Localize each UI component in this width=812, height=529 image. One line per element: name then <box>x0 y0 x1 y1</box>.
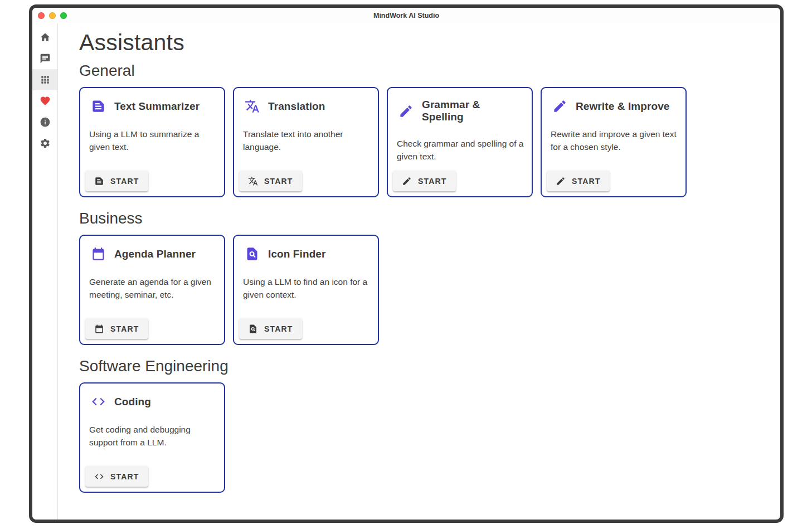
card-actions: START <box>388 166 532 196</box>
card-title: Text Summarizer <box>114 100 200 113</box>
card-actions: START <box>80 166 224 196</box>
start-button-label: START <box>110 177 139 186</box>
sidebar <box>32 23 58 520</box>
card-description: Generate an agenda for a given meeting, … <box>80 261 224 301</box>
card-header: Coding <box>80 384 224 409</box>
code-icon <box>91 394 106 409</box>
start-button-label: START <box>572 177 601 186</box>
section-title: Software Engineering <box>79 357 769 375</box>
card-description: Check grammar and spelling of a given te… <box>388 123 532 163</box>
section-title: General <box>79 62 769 80</box>
card-title: Icon Finder <box>268 248 326 260</box>
calendar-icon <box>91 246 106 261</box>
zoom-button[interactable] <box>60 12 67 19</box>
chat-icon <box>40 53 51 64</box>
card-row: CodingGet coding and debugging support f… <box>79 382 769 493</box>
card-actions: START <box>234 313 378 344</box>
card-description: Using a LLM to summarize a given text. <box>80 114 224 153</box>
start-button-label: START <box>110 472 139 481</box>
start-button-label: START <box>110 324 139 333</box>
start-button-label: START <box>264 324 293 333</box>
start-button[interactable]: START <box>85 466 148 487</box>
apps-grid-icon <box>40 74 51 85</box>
assistant-card-coding: CodingGet coding and debugging support f… <box>79 382 225 493</box>
app-window: MindWork AI Studio Assistants GeneralTex… <box>29 4 784 523</box>
sections-container: GeneralText SummarizerUsing a LLM to sum… <box>79 62 769 493</box>
titlebar[interactable]: MindWork AI Studio <box>32 8 780 23</box>
code-icon <box>94 472 104 482</box>
card-title: Translation <box>268 100 325 113</box>
card-header: Text Summarizer <box>80 88 224 114</box>
window-body: Assistants GeneralText SummarizerUsing a… <box>32 23 780 520</box>
sidebar-item-about[interactable] <box>32 111 57 133</box>
pencil-icon <box>398 104 414 119</box>
main-content: Assistants GeneralText SummarizerUsing a… <box>58 23 780 520</box>
card-actions: START <box>234 166 378 196</box>
card-title: Grammar & Spelling <box>422 99 524 123</box>
page-title: Assistants <box>79 29 769 56</box>
calendar-icon <box>94 324 104 334</box>
minimize-button[interactable] <box>49 12 56 19</box>
info-icon <box>40 117 51 128</box>
close-button[interactable] <box>38 12 45 19</box>
card-header: Translation <box>234 88 378 114</box>
pencil-icon <box>556 176 566 186</box>
start-button[interactable]: START <box>239 318 302 339</box>
start-button[interactable]: START <box>85 171 148 191</box>
sidebar-item-settings[interactable] <box>32 133 57 154</box>
card-header: Icon Finder <box>234 236 378 261</box>
translate-icon <box>245 99 260 114</box>
card-header: Rewrite & Improve <box>542 88 685 114</box>
heart-icon <box>40 95 51 106</box>
card-title: Rewrite & Improve <box>576 100 670 113</box>
assistant-card-rewrite-improve: Rewrite & ImproveRewrite and improve a g… <box>541 87 687 197</box>
doc-search-icon <box>248 324 258 334</box>
start-button-label: START <box>264 177 293 186</box>
pencil-icon <box>402 176 412 186</box>
card-title: Agenda Planner <box>114 248 196 260</box>
card-actions: START <box>80 461 224 492</box>
sidebar-item-favorites[interactable] <box>32 90 57 111</box>
doc-search-icon <box>245 246 260 261</box>
section-general: GeneralText SummarizerUsing a LLM to sum… <box>79 62 769 197</box>
assistant-card-grammar-spelling: Grammar & SpellingCheck grammar and spel… <box>387 87 533 197</box>
sidebar-item-assistants[interactable] <box>32 69 57 90</box>
translate-icon <box>248 176 258 186</box>
traffic-lights <box>32 12 67 19</box>
section-software-engineering: Software EngineeringCodingGet coding and… <box>79 357 769 493</box>
card-header: Grammar & Spelling <box>388 88 532 123</box>
card-title: Coding <box>114 396 151 408</box>
section-title: Business <box>79 210 769 227</box>
card-description: Get coding and debugging support from a … <box>80 409 224 449</box>
start-button[interactable]: START <box>547 171 610 191</box>
card-description: Using a LLM to find an icon for a given … <box>234 261 378 301</box>
window-title: MindWork AI Studio <box>32 12 780 20</box>
sidebar-item-chats[interactable] <box>32 48 57 69</box>
card-description: Rewrite and improve a given text for a c… <box>542 114 685 153</box>
sidebar-item-home[interactable] <box>32 27 57 48</box>
document-icon <box>94 176 104 186</box>
gear-icon <box>40 138 51 149</box>
assistant-card-translation: TranslationTranslate text into another l… <box>233 87 379 197</box>
card-actions: START <box>542 166 685 196</box>
card-description: Translate text into another language. <box>234 114 378 153</box>
start-button-label: START <box>418 177 447 186</box>
section-business: BusinessAgenda PlannerGenerate an agenda… <box>79 210 769 345</box>
card-actions: START <box>80 313 224 344</box>
start-button[interactable]: START <box>85 318 148 339</box>
start-button[interactable]: START <box>393 171 456 191</box>
card-row: Text SummarizerUsing a LLM to summarize … <box>79 87 769 197</box>
pencil-icon <box>552 99 567 114</box>
card-row: Agenda PlannerGenerate an agenda for a g… <box>79 235 769 345</box>
home-icon <box>40 32 51 43</box>
assistant-card-text-summarizer: Text SummarizerUsing a LLM to summarize … <box>79 87 225 197</box>
document-icon <box>91 99 106 114</box>
assistant-card-agenda-planner: Agenda PlannerGenerate an agenda for a g… <box>79 235 225 345</box>
assistant-card-icon-finder: Icon FinderUsing a LLM to find an icon f… <box>233 235 379 345</box>
card-header: Agenda Planner <box>80 236 224 261</box>
start-button[interactable]: START <box>239 171 302 191</box>
